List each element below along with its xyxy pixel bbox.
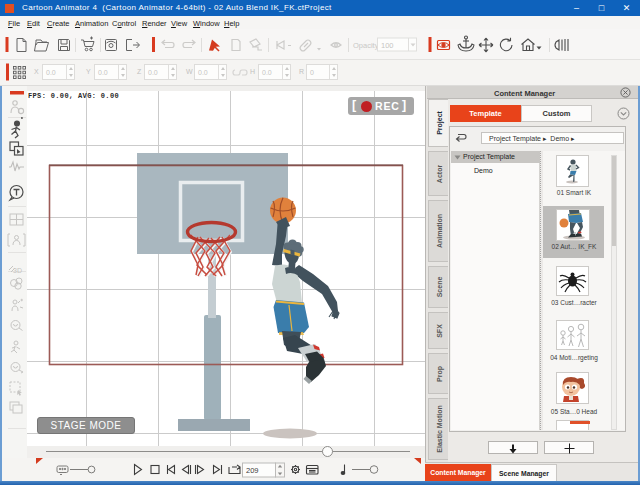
svg-text:100: 100 bbox=[381, 41, 394, 50]
svg-text:209: 209 bbox=[246, 466, 259, 475]
svg-text:3D: 3D bbox=[13, 267, 22, 274]
